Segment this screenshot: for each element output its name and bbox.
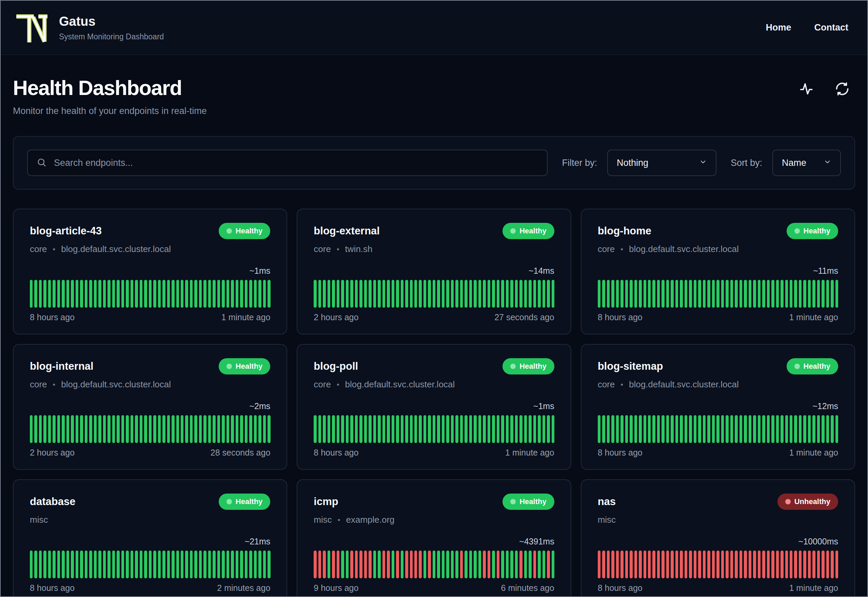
history-bar[interactable] — [314, 280, 316, 307]
history-bar[interactable] — [98, 280, 101, 307]
history-bar[interactable] — [657, 280, 660, 307]
uptime-history-bars[interactable] — [598, 415, 838, 443]
history-bar[interactable] — [249, 415, 252, 443]
history-bar[interactable] — [469, 551, 472, 578]
history-bar[interactable] — [30, 280, 33, 307]
history-bar[interactable] — [794, 280, 797, 307]
history-bar[interactable] — [680, 280, 683, 307]
history-bar[interactable] — [98, 551, 101, 578]
history-bar[interactable] — [373, 415, 376, 443]
history-bar[interactable] — [666, 415, 669, 443]
history-bar[interactable] — [199, 551, 202, 578]
history-bar[interactable] — [822, 280, 824, 307]
history-bar[interactable] — [616, 551, 619, 578]
history-bar[interactable] — [323, 415, 326, 443]
history-bar[interactable] — [455, 415, 458, 443]
history-bar[interactable] — [190, 415, 193, 443]
history-bar[interactable] — [94, 280, 97, 307]
history-bar[interactable] — [675, 415, 678, 443]
history-bar[interactable] — [181, 415, 184, 443]
history-bar[interactable] — [607, 551, 610, 578]
endpoint-card[interactable]: icmp Healthy misc • example.org ~4391ms … — [297, 479, 571, 597]
history-bar[interactable] — [817, 415, 820, 443]
history-bar[interactable] — [89, 415, 92, 443]
history-bar[interactable] — [258, 551, 261, 578]
history-bar[interactable] — [648, 415, 651, 443]
history-bar[interactable] — [483, 415, 486, 443]
history-bar[interactable] — [538, 280, 541, 307]
history-bar[interactable] — [396, 551, 399, 578]
history-bar[interactable] — [648, 280, 651, 307]
history-bar[interactable] — [359, 415, 362, 443]
history-bar[interactable] — [602, 415, 605, 443]
history-bar[interactable] — [451, 280, 454, 307]
history-bar[interactable] — [753, 415, 756, 443]
history-bar[interactable] — [465, 280, 467, 307]
history-bar[interactable] — [424, 415, 426, 443]
history-bar[interactable] — [48, 551, 51, 578]
history-bar[interactable] — [126, 280, 129, 307]
history-bar[interactable] — [758, 551, 760, 578]
history-bar[interactable] — [776, 415, 779, 443]
history-bar[interactable] — [437, 415, 440, 443]
history-bar[interactable] — [611, 415, 614, 443]
history-bar[interactable] — [162, 415, 165, 443]
history-bar[interactable] — [140, 415, 142, 443]
history-bar[interactable] — [62, 415, 64, 443]
history-bar[interactable] — [744, 280, 747, 307]
history-bar[interactable] — [529, 551, 531, 578]
history-bar[interactable] — [684, 280, 687, 307]
history-bar[interactable] — [153, 415, 156, 443]
history-bar[interactable] — [515, 280, 518, 307]
history-bar[interactable] — [789, 551, 792, 578]
history-bar[interactable] — [419, 415, 421, 443]
history-bar[interactable] — [108, 551, 110, 578]
history-bar[interactable] — [703, 551, 706, 578]
history-bar[interactable] — [465, 551, 467, 578]
history-bar[interactable] — [185, 551, 188, 578]
history-bar[interactable] — [717, 551, 719, 578]
history-bar[interactable] — [639, 551, 641, 578]
history-bar[interactable] — [671, 415, 673, 443]
history-bar[interactable] — [71, 415, 74, 443]
history-bar[interactable] — [771, 415, 774, 443]
history-bar[interactable] — [94, 415, 97, 443]
history-bar[interactable] — [671, 280, 673, 307]
history-bar[interactable] — [547, 280, 550, 307]
history-bar[interactable] — [826, 415, 829, 443]
history-bar[interactable] — [268, 280, 270, 307]
history-bar[interactable] — [694, 551, 696, 578]
history-bar[interactable] — [492, 415, 495, 443]
history-bar[interactable] — [140, 551, 142, 578]
history-bar[interactable] — [744, 551, 747, 578]
history-bar[interactable] — [30, 551, 33, 578]
history-bar[interactable] — [263, 280, 266, 307]
history-bar[interactable] — [153, 551, 156, 578]
history-bar[interactable] — [369, 280, 371, 307]
history-bar[interactable] — [108, 280, 110, 307]
history-bar[interactable] — [167, 415, 170, 443]
history-bar[interactable] — [726, 280, 728, 307]
history-bar[interactable] — [185, 415, 188, 443]
history-bar[interactable] — [712, 280, 715, 307]
history-bar[interactable] — [831, 551, 833, 578]
history-bar[interactable] — [71, 280, 74, 307]
history-bar[interactable] — [332, 415, 335, 443]
history-bar[interactable] — [428, 280, 431, 307]
history-bar[interactable] — [794, 415, 797, 443]
history-bar[interactable] — [117, 551, 119, 578]
history-bar[interactable] — [112, 280, 115, 307]
history-bar[interactable] — [103, 551, 106, 578]
history-bar[interactable] — [803, 280, 806, 307]
history-bar[interactable] — [721, 415, 724, 443]
history-bar[interactable] — [85, 280, 87, 307]
history-bar[interactable] — [382, 280, 385, 307]
history-bar[interactable] — [703, 415, 706, 443]
history-bar[interactable] — [414, 415, 417, 443]
history-bar[interactable] — [803, 415, 806, 443]
history-bar[interactable] — [222, 551, 224, 578]
history-bar[interactable] — [419, 551, 421, 578]
history-bar[interactable] — [268, 415, 270, 443]
history-bar[interactable] — [167, 280, 170, 307]
history-bar[interactable] — [117, 280, 119, 307]
